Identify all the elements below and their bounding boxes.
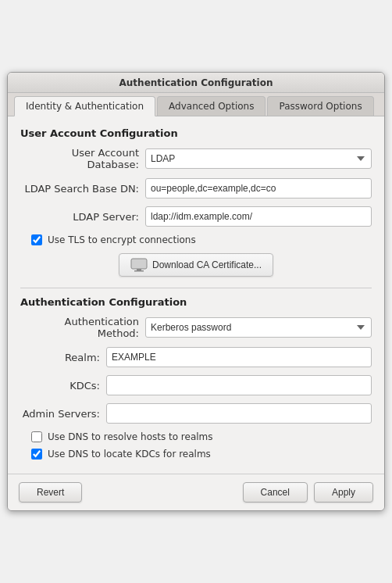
tls-checkbox[interactable]	[31, 234, 42, 245]
tab-bar: Identity & Authentication Advanced Optio…	[8, 93, 384, 116]
revert-button[interactable]: Revert	[19, 482, 82, 503]
download-cert-label: Download CA Certificate...	[152, 259, 262, 270]
realm-row: Realm:	[20, 347, 372, 367]
ldap-base-label: LDAP Search Base DN:	[20, 183, 145, 195]
right-buttons: Cancel Apply	[243, 482, 373, 503]
svg-rect-1	[137, 269, 141, 270]
auth-method-label: Authentication Method:	[20, 316, 145, 339]
dns-hosts-checkbox[interactable]	[31, 431, 42, 442]
kdcs-input[interactable]	[106, 375, 372, 395]
auth-section-title: Authentication Configuration	[20, 296, 372, 308]
auth-method-select[interactable]: Kerberos password LDAP password Local	[145, 317, 372, 338]
tab-content: User Account Configuration User Account …	[8, 116, 384, 474]
admin-row: Admin Servers:	[20, 403, 372, 424]
realm-input[interactable]	[106, 347, 372, 367]
dns-hosts-row: Use DNS to resolve hosts to realms	[20, 431, 372, 442]
admin-label: Admin Servers:	[20, 408, 106, 420]
button-bar: Revert Cancel Apply	[8, 474, 384, 510]
realm-label: Realm:	[20, 352, 106, 363]
user-account-section: User Account Configuration User Account …	[20, 127, 372, 277]
section-divider	[20, 288, 372, 288]
tls-label: Use TLS to encrypt connections	[48, 234, 196, 245]
tab-advanced[interactable]: Advanced Options	[157, 96, 265, 116]
svg-rect-2	[134, 270, 144, 272]
user-account-title: User Account Configuration	[20, 127, 372, 139]
tab-password[interactable]: Password Options	[267, 96, 373, 116]
dns-kdcs-label: Use DNS to locate KDCs for realms	[48, 449, 211, 460]
db-row: User Account Database: LDAP Local NIS	[20, 147, 372, 170]
db-label: User Account Database:	[20, 147, 145, 170]
download-cert-button[interactable]: Download CA Certificate...	[119, 253, 273, 277]
monitor-icon	[130, 258, 148, 272]
db-select[interactable]: LDAP Local NIS	[145, 148, 372, 169]
tls-row: Use TLS to encrypt connections	[20, 234, 372, 245]
ldap-base-input[interactable]	[145, 178, 372, 199]
auth-method-row: Authentication Method: Kerberos password…	[20, 316, 372, 339]
dns-hosts-label: Use DNS to resolve hosts to realms	[48, 431, 213, 442]
auth-section: Authentication Configuration Authenticat…	[20, 296, 372, 460]
svg-rect-0	[131, 259, 147, 269]
tab-identity[interactable]: Identity & Authentication	[14, 96, 155, 116]
dns-kdcs-row: Use DNS to locate KDCs for realms	[20, 449, 372, 460]
ldap-server-row: LDAP Server:	[20, 206, 372, 227]
kdcs-row: KDCs:	[20, 375, 372, 395]
main-window: Authentication Configuration Identity & …	[7, 72, 385, 511]
dns-kdcs-checkbox[interactable]	[31, 449, 42, 460]
apply-button[interactable]: Apply	[314, 482, 373, 503]
admin-input[interactable]	[106, 403, 372, 424]
kdcs-label: KDCs:	[20, 380, 106, 392]
ldap-base-row: LDAP Search Base DN:	[20, 178, 372, 199]
ldap-server-input[interactable]	[145, 206, 372, 227]
cancel-button[interactable]: Cancel	[243, 482, 308, 503]
titlebar: Authentication Configuration	[8, 73, 384, 93]
window-title: Authentication Configuration	[119, 77, 273, 88]
ldap-server-label: LDAP Server:	[20, 211, 145, 223]
